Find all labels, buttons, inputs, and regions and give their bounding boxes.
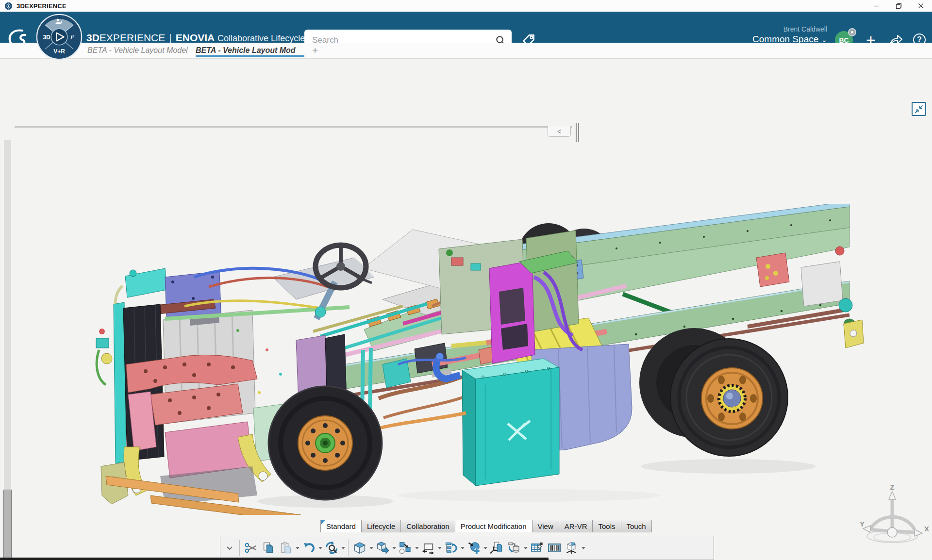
cube-axes-dropdown[interactable] (581, 539, 586, 557)
update-list-button[interactable] (442, 539, 460, 557)
close-button[interactable] (910, 0, 932, 12)
undo-icon (302, 541, 316, 555)
toolbar-separator (239, 540, 240, 556)
axis-triad-widget[interactable]: Z Y X (857, 485, 929, 552)
collapse-arrows-icon (914, 104, 924, 114)
minimize-button[interactable] (865, 0, 887, 12)
session-dropdown[interactable] (483, 539, 488, 557)
barcode-button[interactable] (546, 539, 563, 557)
device-positioning-icon (507, 541, 521, 555)
front-wheel[interactable] (268, 386, 382, 500)
collapse-view-button[interactable] (912, 102, 926, 116)
cube-axes-button[interactable] (563, 539, 581, 557)
device-dropdown[interactable] (523, 539, 528, 557)
top-bar: 3DEXPERIENCE|ENOVIA Collaborative Lifecy… (0, 12, 932, 43)
tab-tools[interactable]: Tools (592, 520, 621, 532)
grid-editor-icon (530, 541, 544, 555)
replace-icon (421, 541, 435, 555)
splitter-handle-top[interactable] (576, 123, 580, 142)
tab-lifecycle[interactable]: Lifecycle (361, 520, 401, 532)
view-cube-icon (353, 541, 366, 555)
view-cube-button[interactable] (351, 539, 368, 557)
add-to-session-button[interactable] (465, 539, 483, 557)
cut-icon (244, 541, 258, 555)
tab-view[interactable]: View (532, 520, 559, 532)
copy-icon (262, 541, 275, 555)
duplicate-axes-icon (490, 541, 503, 555)
tab-ar-vr[interactable]: AR-VR (559, 520, 593, 532)
device-positioning-button[interactable] (505, 539, 523, 557)
export-cube-button[interactable] (374, 539, 391, 557)
add-to-session-icon (467, 541, 481, 555)
svg-text:i²: i² (70, 34, 74, 41)
3dexperience-compass[interactable]: 3D i² V+R (36, 13, 83, 61)
paste-icon (279, 541, 293, 555)
cut-button[interactable] (242, 539, 260, 557)
left-scrollbar-thumb[interactable] (3, 490, 12, 560)
toolbar-separator (348, 540, 349, 556)
view-cube-dropdown[interactable] (368, 539, 374, 557)
explore-search-button[interactable] (323, 539, 340, 557)
panel-collapse-button[interactable]: < (548, 126, 571, 137)
export-cube-dropdown[interactable] (391, 539, 397, 557)
paste-dropdown[interactable] (295, 539, 300, 557)
update-dropdown[interactable] (460, 539, 465, 557)
user-context[interactable]: Brent Caldwell Common Space⌄ (752, 25, 827, 45)
axis-z-label: Z (890, 485, 894, 491)
insert-dropdown[interactable] (414, 539, 419, 557)
3dexperience-window: 3DEXPERIENCE 3DEXPERIENCE|ENOVIA Collabo… (0, 0, 932, 560)
update-list-icon (444, 541, 458, 555)
tab-touch[interactable]: Touch (621, 520, 652, 532)
chevron-left-icon: < (557, 128, 561, 135)
collapsed-top-panel (15, 126, 572, 128)
svg-text:3D: 3D (43, 34, 50, 41)
action-bar-tabs: Standard Lifecycle Collaboration Product… (321, 520, 652, 532)
paste-button[interactable] (277, 539, 295, 557)
status-badge (848, 28, 856, 36)
tab-product-modification[interactable]: Product Modification (455, 520, 533, 532)
app-title: 3DEXPERIENCE|ENOVIA Collaborative Lifecy… (86, 32, 305, 44)
svg-text:V+R: V+R (53, 48, 65, 55)
undo-dropdown[interactable] (317, 539, 323, 557)
grid-editor-button[interactable] (528, 539, 546, 557)
restore-button[interactable] (887, 0, 910, 12)
tab-vehicle-layout-model-1[interactable]: BETA - Vehicle Layout Model (87, 43, 191, 58)
axis-y-label: Y (860, 520, 865, 528)
active-tab-underline (196, 55, 304, 57)
axis-x-label: X (924, 525, 929, 533)
action-toolbar (220, 536, 714, 560)
front-bumper-parts[interactable] (96, 329, 112, 385)
replace-button[interactable] (419, 539, 437, 557)
explore-dropdown[interactable] (340, 539, 346, 557)
taskbar-edge (0, 558, 549, 560)
barcode-icon (548, 541, 561, 555)
insert-existing-icon (399, 541, 412, 555)
user-name: Brent Caldwell (752, 25, 827, 33)
rear-wheel[interactable] (639, 328, 788, 456)
document-tab-bar: BETA - Vehicle Layout Model BETA - Vehic… (0, 43, 932, 59)
app-compass-icon (4, 2, 13, 10)
tab-separator (192, 47, 192, 55)
collapse-toolbar-icon (226, 546, 233, 550)
new-tab-button[interactable]: + (309, 45, 321, 56)
copy-button[interactable] (260, 539, 277, 557)
insert-existing-button[interactable] (397, 539, 414, 557)
window-title-bar: 3DEXPERIENCE (0, 0, 932, 12)
cube-axes-icon (565, 541, 579, 555)
tab-vehicle-layout-model-2[interactable]: BETA - Vehicle Layout Mod (196, 43, 305, 58)
explore-search-icon (325, 541, 338, 555)
vehicle-3d-model[interactable] (92, 204, 864, 515)
replace-dropdown[interactable] (437, 539, 442, 557)
undo-button[interactable] (300, 539, 317, 557)
3d-viewport[interactable]: < (0, 59, 932, 560)
window-title: 3DEXPERIENCE (17, 2, 67, 10)
tab-standard[interactable]: Standard (320, 520, 362, 532)
tab-collaboration[interactable]: Collaboration (400, 520, 455, 532)
export-cube-icon (376, 541, 389, 555)
duplicate-axes-button[interactable] (488, 539, 505, 557)
toolbar-collapse-button[interactable] (222, 539, 237, 557)
